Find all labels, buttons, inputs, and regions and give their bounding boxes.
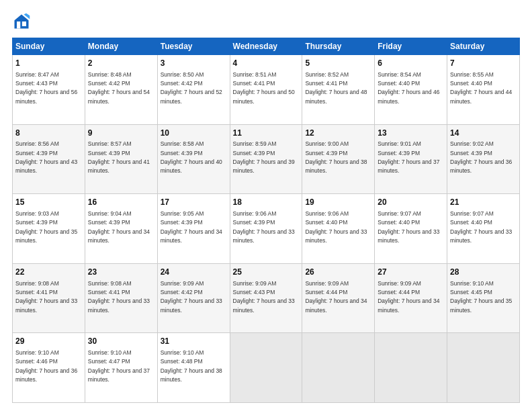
day-number: 14 xyxy=(450,128,517,139)
day-cell: 28Sunrise: 9:10 AMSunset: 4:45 PMDayligh… xyxy=(447,263,520,333)
day-cell: 6Sunrise: 8:54 AMSunset: 4:40 PMDaylight… xyxy=(375,55,447,125)
day-cell xyxy=(230,333,302,403)
day-number: 4 xyxy=(233,58,300,69)
day-detail: Sunrise: 8:56 AMSunset: 4:39 PMDaylight:… xyxy=(15,140,77,174)
day-cell: 18Sunrise: 9:06 AMSunset: 4:39 PMDayligh… xyxy=(230,194,302,264)
col-header-thursday: Thursday xyxy=(302,38,375,55)
day-number: 23 xyxy=(88,267,154,278)
day-detail: Sunrise: 9:07 AMSunset: 4:40 PMDaylight:… xyxy=(450,210,512,244)
day-number: 24 xyxy=(161,267,227,278)
day-cell: 30Sunrise: 9:10 AMSunset: 4:47 PMDayligh… xyxy=(85,333,157,403)
day-detail: Sunrise: 9:10 AMSunset: 4:48 PMDaylight:… xyxy=(161,349,222,383)
day-cell: 1Sunrise: 8:47 AMSunset: 4:43 PMDaylight… xyxy=(13,55,85,125)
col-header-sunday: Sunday xyxy=(13,38,85,55)
day-cell xyxy=(375,333,447,403)
day-cell: 26Sunrise: 9:09 AMSunset: 4:44 PMDayligh… xyxy=(302,263,375,333)
day-number: 22 xyxy=(15,267,82,278)
day-cell: 17Sunrise: 9:05 AMSunset: 4:39 PMDayligh… xyxy=(157,194,230,264)
day-cell: 7Sunrise: 8:55 AMSunset: 4:40 PMDaylight… xyxy=(447,55,520,125)
day-number: 7 xyxy=(450,58,517,69)
day-number: 16 xyxy=(88,197,154,208)
day-number: 1 xyxy=(15,58,82,69)
day-cell: 22Sunrise: 9:08 AMSunset: 4:41 PMDayligh… xyxy=(13,263,85,333)
day-detail: Sunrise: 9:07 AMSunset: 4:40 PMDaylight:… xyxy=(378,210,439,244)
week-row-1: 1Sunrise: 8:47 AMSunset: 4:43 PMDaylight… xyxy=(13,55,520,125)
day-cell: 14Sunrise: 9:02 AMSunset: 4:39 PMDayligh… xyxy=(447,124,520,194)
day-number: 13 xyxy=(378,128,444,139)
day-number: 10 xyxy=(161,128,227,139)
day-detail: Sunrise: 9:09 AMSunset: 4:42 PMDaylight:… xyxy=(161,280,222,314)
week-row-5: 29Sunrise: 9:10 AMSunset: 4:46 PMDayligh… xyxy=(13,333,520,403)
week-row-2: 8Sunrise: 8:56 AMSunset: 4:39 PMDaylight… xyxy=(13,124,520,194)
day-number: 21 xyxy=(450,197,517,208)
day-detail: Sunrise: 9:10 AMSunset: 4:47 PMDaylight:… xyxy=(88,349,150,383)
day-cell: 12Sunrise: 9:00 AMSunset: 4:39 PMDayligh… xyxy=(302,124,375,194)
day-cell: 20Sunrise: 9:07 AMSunset: 4:40 PMDayligh… xyxy=(375,194,447,264)
svg-rect-3 xyxy=(22,21,26,26)
day-detail: Sunrise: 9:08 AMSunset: 4:41 PMDaylight:… xyxy=(88,280,150,314)
day-detail: Sunrise: 8:57 AMSunset: 4:39 PMDaylight:… xyxy=(88,140,150,174)
day-detail: Sunrise: 9:10 AMSunset: 4:46 PMDaylight:… xyxy=(15,349,77,383)
day-number: 25 xyxy=(233,267,300,278)
day-number: 29 xyxy=(15,336,82,347)
day-cell: 27Sunrise: 9:09 AMSunset: 4:44 PMDayligh… xyxy=(375,263,447,333)
col-header-friday: Friday xyxy=(375,38,447,55)
week-row-4: 22Sunrise: 9:08 AMSunset: 4:41 PMDayligh… xyxy=(13,263,520,333)
day-detail: Sunrise: 8:54 AMSunset: 4:40 PMDaylight:… xyxy=(378,71,439,105)
day-detail: Sunrise: 8:55 AMSunset: 4:40 PMDaylight:… xyxy=(450,71,512,105)
col-header-monday: Monday xyxy=(85,38,157,55)
day-detail: Sunrise: 8:51 AMSunset: 4:41 PMDaylight:… xyxy=(233,71,295,105)
day-detail: Sunrise: 9:09 AMSunset: 4:44 PMDaylight:… xyxy=(305,280,367,314)
day-number: 20 xyxy=(378,197,444,208)
day-cell: 2Sunrise: 8:48 AMSunset: 4:42 PMDaylight… xyxy=(85,55,157,125)
day-detail: Sunrise: 9:05 AMSunset: 4:39 PMDaylight:… xyxy=(161,210,222,244)
day-number: 30 xyxy=(88,336,154,347)
day-cell: 24Sunrise: 9:09 AMSunset: 4:42 PMDayligh… xyxy=(157,263,230,333)
day-number: 8 xyxy=(15,128,82,139)
day-cell: 29Sunrise: 9:10 AMSunset: 4:46 PMDayligh… xyxy=(13,333,85,403)
day-number: 2 xyxy=(88,58,154,69)
day-number: 9 xyxy=(88,128,154,139)
day-number: 17 xyxy=(161,197,227,208)
day-detail: Sunrise: 9:10 AMSunset: 4:45 PMDaylight:… xyxy=(450,280,512,314)
day-cell: 16Sunrise: 9:04 AMSunset: 4:39 PMDayligh… xyxy=(85,194,157,264)
day-number: 6 xyxy=(378,58,444,69)
page: SundayMondayTuesdayWednesdayThursdayFrid… xyxy=(0,0,532,411)
day-cell: 4Sunrise: 8:51 AMSunset: 4:41 PMDaylight… xyxy=(230,55,302,125)
logo-icon xyxy=(12,12,31,31)
day-detail: Sunrise: 8:48 AMSunset: 4:42 PMDaylight:… xyxy=(88,71,150,105)
day-cell: 21Sunrise: 9:07 AMSunset: 4:40 PMDayligh… xyxy=(447,194,520,264)
day-cell xyxy=(302,333,375,403)
day-cell: 15Sunrise: 9:03 AMSunset: 4:39 PMDayligh… xyxy=(13,194,85,264)
day-number: 18 xyxy=(233,197,300,208)
day-detail: Sunrise: 9:06 AMSunset: 4:40 PMDaylight:… xyxy=(305,210,367,244)
calendar-table: SundayMondayTuesdayWednesdayThursdayFrid… xyxy=(12,38,520,403)
day-detail: Sunrise: 9:00 AMSunset: 4:39 PMDaylight:… xyxy=(305,140,367,174)
header-row: SundayMondayTuesdayWednesdayThursdayFrid… xyxy=(13,38,520,55)
day-number: 28 xyxy=(450,267,517,278)
day-detail: Sunrise: 8:59 AMSunset: 4:39 PMDaylight:… xyxy=(233,140,295,174)
day-cell: 11Sunrise: 8:59 AMSunset: 4:39 PMDayligh… xyxy=(230,124,302,194)
day-number: 12 xyxy=(305,128,371,139)
col-header-wednesday: Wednesday xyxy=(230,38,302,55)
day-cell: 25Sunrise: 9:09 AMSunset: 4:43 PMDayligh… xyxy=(230,263,302,333)
svg-rect-2 xyxy=(17,21,20,29)
day-detail: Sunrise: 8:58 AMSunset: 4:39 PMDaylight:… xyxy=(161,140,222,174)
day-cell xyxy=(447,333,520,403)
day-number: 31 xyxy=(161,336,227,347)
day-detail: Sunrise: 8:52 AMSunset: 4:41 PMDaylight:… xyxy=(305,71,367,105)
day-cell: 19Sunrise: 9:06 AMSunset: 4:40 PMDayligh… xyxy=(302,194,375,264)
day-number: 11 xyxy=(233,128,300,139)
day-detail: Sunrise: 9:09 AMSunset: 4:43 PMDaylight:… xyxy=(233,280,295,314)
day-detail: Sunrise: 9:02 AMSunset: 4:39 PMDaylight:… xyxy=(450,140,512,174)
day-detail: Sunrise: 9:04 AMSunset: 4:39 PMDaylight:… xyxy=(88,210,150,244)
day-detail: Sunrise: 8:50 AMSunset: 4:42 PMDaylight:… xyxy=(161,71,222,105)
day-number: 15 xyxy=(15,197,82,208)
day-number: 27 xyxy=(378,267,444,278)
day-cell: 9Sunrise: 8:57 AMSunset: 4:39 PMDaylight… xyxy=(85,124,157,194)
day-number: 3 xyxy=(161,58,227,69)
logo xyxy=(12,12,32,31)
day-cell: 5Sunrise: 8:52 AMSunset: 4:41 PMDaylight… xyxy=(302,55,375,125)
svg-marker-0 xyxy=(15,15,29,29)
day-cell: 31Sunrise: 9:10 AMSunset: 4:48 PMDayligh… xyxy=(157,333,230,403)
